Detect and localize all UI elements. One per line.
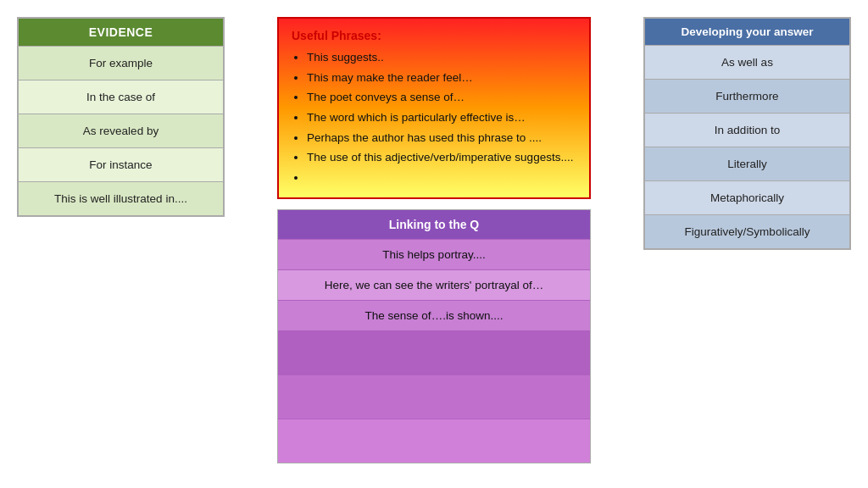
linking-row-empty bbox=[278, 330, 590, 374]
evidence-row: In the case of bbox=[19, 80, 223, 114]
linking-row: Here, we can see the writers' portrayal … bbox=[278, 269, 590, 300]
developing-row: Figuratively/Symbolically bbox=[645, 214, 849, 248]
developing-row: As well as bbox=[645, 45, 849, 79]
list-item: Perhaps the author has used this phrase … bbox=[307, 128, 576, 148]
list-item: The poet conveys a sense of… bbox=[307, 87, 576, 108]
list-item: This suggests.. bbox=[307, 47, 576, 68]
developing-row: Furthermore bbox=[645, 79, 849, 113]
linking-row-empty bbox=[278, 419, 590, 463]
useful-phrases-box: Useful Phrases: This suggests.. This may… bbox=[277, 17, 591, 199]
middle-column: Useful Phrases: This suggests.. This may… bbox=[277, 17, 591, 463]
developing-row: In addition to bbox=[645, 113, 849, 147]
linking-header: Linking to the Q bbox=[278, 210, 590, 239]
list-item bbox=[307, 168, 576, 188]
developing-box: Developing your answer As well as Furthe… bbox=[643, 17, 851, 250]
evidence-row: This is well illustrated in.... bbox=[19, 181, 223, 215]
linking-row: The sense of….is shown.... bbox=[278, 300, 590, 330]
evidence-row: As revealed by bbox=[19, 114, 223, 147]
evidence-header: EVIDENCE bbox=[19, 19, 223, 46]
evidence-row: For example bbox=[19, 46, 223, 80]
developing-row: Literally bbox=[645, 147, 849, 180]
list-item: The use of this adjective/verb/imperativ… bbox=[307, 147, 576, 168]
main-container: EVIDENCE For example In the case of As r… bbox=[0, 0, 868, 488]
evidence-box: EVIDENCE For example In the case of As r… bbox=[17, 17, 225, 217]
linking-row-empty bbox=[278, 374, 590, 419]
evidence-row: For instance bbox=[19, 147, 223, 181]
useful-phrases-title: Useful Phrases: bbox=[292, 29, 576, 42]
developing-header: Developing your answer bbox=[645, 19, 849, 45]
linking-row: This helps portray.... bbox=[278, 239, 590, 269]
list-item: This may make the reader feel… bbox=[307, 68, 576, 88]
developing-row: Metaphorically bbox=[645, 180, 849, 214]
linking-box: Linking to the Q This helps portray.... … bbox=[277, 209, 591, 463]
list-item: The word which is particularly effective… bbox=[307, 108, 576, 128]
useful-phrases-list: This suggests.. This may make the reader… bbox=[292, 47, 576, 187]
